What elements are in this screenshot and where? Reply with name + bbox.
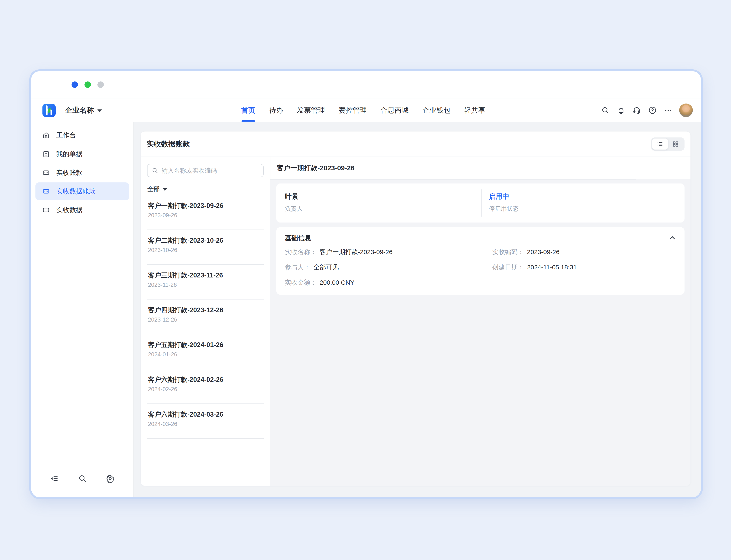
search-icon[interactable] (78, 474, 87, 483)
list-item[interactable]: 客户三期打款-2023-11-262023-11-26 (147, 265, 263, 300)
nav-item[interactable]: 企业钱包 (423, 98, 451, 122)
window-titlebar (31, 71, 701, 98)
grid-view-button[interactable] (668, 139, 684, 150)
nav-item[interactable]: 费控管理 (339, 98, 367, 122)
field-label: 创建日期： (492, 264, 524, 271)
header-divider (61, 105, 61, 115)
field-label: 参与人： (285, 264, 310, 271)
sidebar: 工作台我的单据实收账款实收数据账款实收数据 (31, 122, 134, 497)
list-item-title: 客户四期打款-2023-12-26 (148, 306, 263, 314)
info-field: 实收编码：2023-09-26 (492, 248, 676, 256)
settings-icon[interactable] (105, 474, 115, 483)
collapse-section-icon[interactable] (669, 234, 676, 242)
sidebar-item-label: 实收数据 (56, 206, 83, 214)
nav-item[interactable]: 待办 (269, 98, 283, 122)
app-logo-icon[interactable] (42, 104, 56, 117)
more-icon[interactable] (664, 106, 673, 115)
help-icon[interactable] (648, 106, 657, 115)
company-switcher[interactable]: 企业名称 (65, 98, 102, 122)
search-icon (152, 167, 158, 174)
page-title: 实收数据账款 (147, 139, 190, 149)
sidebar-item[interactable]: 实收数据 (35, 201, 129, 219)
basic-info-title: 基础信息 (285, 234, 311, 242)
search-icon[interactable] (601, 106, 610, 115)
field-value: 全部可见 (313, 264, 339, 271)
sidebar-item-label: 实收账款 (56, 168, 83, 177)
record-detail-pane: 客户一期打款-2023-09-26 叶景负责人启用中停启用状态 基础信息 实收名… (270, 157, 690, 486)
list-item-date: 2023-10-26 (148, 247, 263, 253)
collapse-sidebar-icon[interactable] (50, 474, 59, 483)
panel-body: 全部 客户一期打款-2023-09-262023-09-26客户二期打款-202… (141, 157, 690, 486)
sidebar-item[interactable]: 我的单据 (35, 145, 129, 163)
header-icons (601, 98, 693, 122)
sidebar-item-label: 工作台 (56, 131, 76, 140)
list-item[interactable]: 客户六期打款-2024-02-262024-02-26 (147, 369, 263, 404)
app-header: 企业名称 首页待办发票管理费控管理合思商城企业钱包轻共享 (31, 98, 701, 122)
sidebar-item[interactable]: 实收账款 (35, 164, 129, 182)
stat-column: 启用中停启用状态 (481, 189, 519, 217)
list-item-date: 2023-11-26 (148, 282, 263, 288)
user-avatar[interactable] (679, 104, 693, 117)
content-panel: 实收数据账款 (141, 132, 690, 486)
list-item-date: 2024-02-26 (148, 386, 263, 393)
list-item[interactable]: 客户一期打款-2023-09-262023-09-26 (147, 195, 263, 230)
sidebar-footer (31, 460, 133, 497)
list-item[interactable]: 客户二期打款-2023-10-262023-10-26 (147, 230, 263, 265)
field-value: 200.00 CNY (320, 279, 354, 286)
bell-icon[interactable] (616, 106, 626, 115)
detail-header: 客户一期打款-2023-09-26 (270, 157, 690, 179)
top-nav: 首页待办发票管理费控管理合思商城企业钱包轻共享 (241, 98, 485, 122)
list-item[interactable]: 客户五期打款-2024-01-262024-01-26 (147, 334, 263, 369)
list-item-date: 2024-01-26 (148, 351, 263, 358)
record-list: 客户一期打款-2023-09-262023-09-26客户二期打款-2023-1… (147, 195, 263, 439)
info-field: 创建日期：2024-11-05 18:31 (492, 263, 676, 271)
sidebar-item[interactable]: 实收数据账款 (35, 182, 129, 200)
stat-label: 负责人 (285, 205, 481, 213)
nav-item[interactable]: 首页 (241, 98, 255, 122)
record-list-pane: 全部 客户一期打款-2023-09-262023-09-26客户二期打款-202… (141, 157, 270, 486)
list-search-field[interactable] (147, 164, 263, 177)
main-area: 实收数据账款 (134, 122, 701, 497)
detail-title: 客户一期打款-2023-09-26 (277, 164, 354, 173)
list-item-title: 客户六期打款-2024-03-26 (148, 410, 263, 419)
panel-header: 实收数据账款 (141, 132, 690, 157)
list-item[interactable]: 客户四期打款-2023-12-262023-12-26 (147, 300, 263, 334)
list-item[interactable]: 客户六期打款-2024-03-262024-03-26 (147, 404, 263, 439)
info-field: 实收金额：200.00 CNY (285, 279, 492, 287)
info-field: 实收名称：客户一期打款-2023-09-26 (285, 248, 492, 256)
list-item-title: 客户一期打款-2023-09-26 (148, 202, 263, 210)
traffic-light-gray[interactable] (97, 81, 104, 88)
document-icon (42, 150, 50, 158)
app-window: 企业名称 首页待办发票管理费控管理合思商城企业钱包轻共享 工作台我 (31, 71, 701, 497)
filter-label: 全部 (147, 185, 160, 193)
nav-item[interactable]: 轻共享 (464, 98, 485, 122)
headset-icon[interactable] (632, 106, 641, 115)
chevron-down-icon (97, 109, 102, 112)
field-value: 客户一期打款-2023-09-26 (320, 248, 393, 255)
nav-item[interactable]: 发票管理 (297, 98, 325, 122)
list-view-button[interactable] (652, 139, 668, 150)
field-label: 实收编码： (492, 248, 524, 255)
detail-body: 叶景负责人启用中停启用状态 基础信息 实收名称：客户一期打款-2023-09-2… (270, 179, 690, 299)
field-label: 实收金额： (285, 279, 317, 286)
basic-info-card: 基础信息 实收名称：客户一期打款-2023-09-26实收编码：2023-09-… (276, 227, 685, 295)
stat-value: 启用中 (489, 192, 519, 201)
filter-dropdown[interactable]: 全部 (147, 185, 263, 193)
module-icon (42, 169, 50, 176)
traffic-light-green[interactable] (84, 81, 91, 88)
list-item-title: 客户五期打款-2024-01-26 (148, 341, 263, 349)
sidebar-item[interactable]: 工作台 (35, 126, 129, 144)
field-value: 2024-11-05 18:31 (527, 264, 577, 271)
basic-info-fields: 实收名称：客户一期打款-2023-09-26实收编码：2023-09-26参与人… (285, 248, 676, 287)
info-field: 参与人：全部可见 (285, 263, 492, 271)
company-name: 企业名称 (65, 105, 94, 115)
traffic-light-blue[interactable] (71, 81, 78, 88)
info-field-empty (492, 279, 676, 287)
nav-item[interactable]: 合思商城 (381, 98, 409, 122)
sidebar-item-label: 实收数据账款 (56, 187, 96, 196)
list-search-input[interactable] (161, 167, 259, 174)
list-item-date: 2024-03-26 (148, 421, 263, 427)
list-item-title: 客户六期打款-2024-02-26 (148, 375, 263, 384)
stat-label: 停启用状态 (489, 205, 519, 213)
field-label: 实收名称： (285, 248, 317, 255)
